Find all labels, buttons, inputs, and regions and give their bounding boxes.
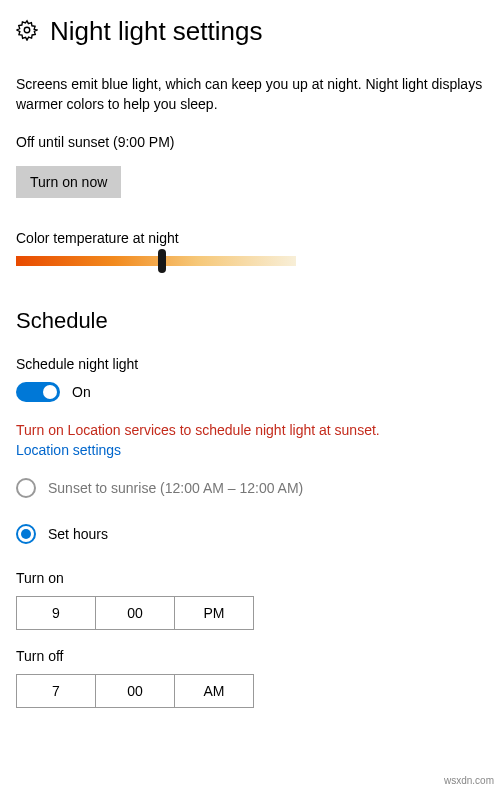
radio-set-hours[interactable] <box>16 524 36 544</box>
radio-sunset-to-sunrise <box>16 478 36 498</box>
description-text: Screens emit blue light, which can keep … <box>16 75 484 114</box>
page-title: Night light settings <box>50 16 262 47</box>
turn-off-minute[interactable]: 00 <box>95 674 175 708</box>
turn-on-now-button[interactable]: Turn on now <box>16 166 121 198</box>
status-text: Off until sunset (9:00 PM) <box>16 134 484 150</box>
radio-sunset-label: Sunset to sunrise (12:00 AM – 12:00 AM) <box>48 480 303 496</box>
turn-on-hour[interactable]: 9 <box>16 596 96 630</box>
gear-icon <box>16 19 38 44</box>
location-warning: Turn on Location services to schedule ni… <box>16 422 484 438</box>
color-temp-label: Color temperature at night <box>16 230 484 246</box>
toggle-knob <box>43 385 57 399</box>
page-header: Night light settings <box>16 16 484 47</box>
turn-off-time-picker: 7 00 AM <box>16 674 484 708</box>
radio-set-hours-label: Set hours <box>48 526 108 542</box>
color-temp-slider[interactable] <box>16 256 296 266</box>
turn-on-label: Turn on <box>16 570 484 586</box>
turn-on-ampm[interactable]: PM <box>174 596 254 630</box>
turn-on-time-picker: 9 00 PM <box>16 596 484 630</box>
toggle-state-text: On <box>72 384 91 400</box>
schedule-heading: Schedule <box>16 308 484 334</box>
svg-point-0 <box>24 27 30 33</box>
turn-off-hour[interactable]: 7 <box>16 674 96 708</box>
turn-off-ampm[interactable]: AM <box>174 674 254 708</box>
slider-thumb[interactable] <box>158 249 166 273</box>
turn-off-label: Turn off <box>16 648 484 664</box>
schedule-toggle-label: Schedule night light <box>16 356 484 372</box>
location-settings-link[interactable]: Location settings <box>16 442 121 458</box>
schedule-toggle[interactable] <box>16 382 60 402</box>
turn-on-minute[interactable]: 00 <box>95 596 175 630</box>
